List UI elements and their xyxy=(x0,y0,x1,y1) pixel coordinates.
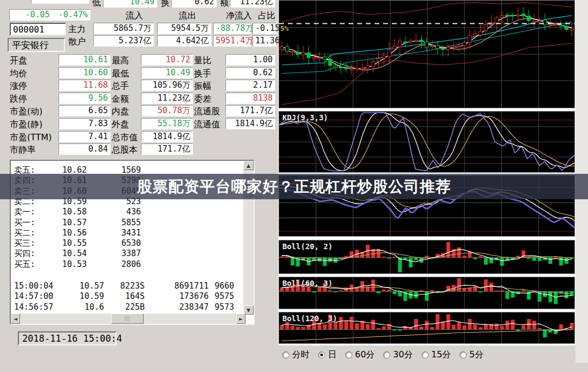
ob-label: 买一: xyxy=(14,218,35,228)
stat-label: 总手 xyxy=(112,80,129,92)
ob-price: 10.57 xyxy=(38,218,87,228)
boll60-panel[interactable]: Boll(60, 3) xyxy=(279,277,575,309)
ob-price: 10.53 xyxy=(38,259,87,270)
radio-icon[interactable] xyxy=(282,351,289,358)
period-15min[interactable]: 15分 xyxy=(422,349,451,361)
ob-price: 10.56 xyxy=(38,228,87,238)
ob-volume: 436 xyxy=(89,207,141,217)
quote-strip-value-low: 10.49 xyxy=(103,0,157,8)
ob-price: 10.58 xyxy=(38,207,87,217)
tx-seq: 9573 xyxy=(211,302,234,312)
tx-amount: 173676 xyxy=(149,291,209,302)
order-book-row[interactable]: 卖一: 10.58 436 xyxy=(11,207,233,217)
flow-main-outflow: 5954.5万 xyxy=(157,23,211,34)
overlay-banner: 股票配资平台哪家好？正规杠杆炒股公司推荐 xyxy=(0,174,588,199)
flow-header-ratio: 占比 xyxy=(258,10,275,21)
boll120-panel[interactable]: Boll(120, 3) xyxy=(279,312,575,344)
change-percent: -0.47% xyxy=(59,10,88,19)
stock-code-input[interactable] xyxy=(10,23,66,36)
order-book-row[interactable]: 买一: 10.57 5855 xyxy=(11,218,233,228)
ob-label: 买三: xyxy=(14,238,35,249)
stat-value: 1814.9亿 xyxy=(141,131,193,142)
flow-row-label: 主力 xyxy=(68,23,86,35)
radio-icon[interactable] xyxy=(383,351,390,358)
quote-strip-label-low: 低 xyxy=(92,0,101,8)
stat-value: 1814.9亿 xyxy=(225,118,275,129)
period-minute[interactable]: 分时 xyxy=(282,349,309,361)
flow-main-ratio: -0.15 xyxy=(253,23,276,34)
quote-strip-label-turnover: 换 xyxy=(161,0,170,8)
stat-label: 总市值 xyxy=(112,132,138,143)
stat-label: 流通股 xyxy=(194,106,220,117)
tx-volume: 164S xyxy=(100,291,145,302)
transaction-row[interactable]: 14:56:57 10.6 225B 238347 9573 xyxy=(11,302,233,312)
ob-label: 买四: xyxy=(14,249,35,259)
stat-value: 105.96万 xyxy=(141,80,193,91)
transaction-row[interactable]: 15:00:04 10.57 8223S 8691711 9660 xyxy=(11,281,233,291)
ob-label: 卖一: xyxy=(14,207,35,217)
ob-volume: 5855 xyxy=(89,218,141,228)
stat-value: 10.61 xyxy=(59,54,111,66)
flow-retail-inflow: 5.237亿 xyxy=(93,35,154,47)
stat-label: 均价 xyxy=(10,68,27,79)
stat-value: 9.56 xyxy=(59,93,111,104)
kline-chart-panel[interactable]: 5% xyxy=(279,0,575,108)
tx-amount: 8691711 xyxy=(149,281,209,291)
stat-value: 171.7亿 xyxy=(141,143,193,155)
stat-label: 委差 xyxy=(194,93,211,105)
stat-label: 流通值 xyxy=(194,119,220,130)
ob-volume: 3387 xyxy=(89,249,141,259)
transaction-row[interactable]: 14:57:00 10.59 164S 173676 9575 xyxy=(11,291,233,302)
quote-strip-value-amount: 11.23亿 xyxy=(230,0,275,8)
stat-value: 2.17 xyxy=(225,80,275,91)
tx-price: 10.6 xyxy=(60,302,104,312)
stat-value: 10.72 xyxy=(141,54,193,66)
radio-icon[interactable] xyxy=(460,351,467,358)
stat-label: 内盘 xyxy=(112,106,129,117)
period-5min[interactable]: 5分 xyxy=(460,349,483,361)
order-book-row[interactable]: 买二: 10.56 3431 xyxy=(11,228,233,238)
period-60min[interactable]: 60分 xyxy=(345,349,374,361)
flow-main-net: -88.78万 xyxy=(213,23,251,34)
change-value: -0.05 xyxy=(25,10,50,19)
horizontal-scrollbar[interactable]: ◄ ||| ► xyxy=(11,314,245,324)
ob-label: 买二: xyxy=(14,228,35,238)
order-book-row[interactable]: 买四: 10.54 3387 xyxy=(11,249,233,259)
hscroll-thumb[interactable]: ||| xyxy=(111,314,144,324)
period-label: 30分 xyxy=(393,349,412,361)
stat-label: 开盘 xyxy=(10,55,27,66)
period-label: 15分 xyxy=(431,349,451,361)
scroll-up-button[interactable]: ▲ xyxy=(243,161,254,170)
order-book-row[interactable]: 买五: 10.53 2806 xyxy=(11,259,233,270)
stat-label: 最低 xyxy=(112,68,129,79)
radio-icon[interactable] xyxy=(422,351,429,358)
stat-value: 55.18万 xyxy=(141,118,193,129)
radio-icon-selected[interactable] xyxy=(318,351,325,358)
stat-value: 11.23亿 xyxy=(141,93,193,104)
order-book-row[interactable]: 买三: 10.55 6530 xyxy=(11,238,233,249)
scroll-right-button[interactable]: ► xyxy=(236,314,245,324)
scroll-left-button[interactable]: ◄ xyxy=(11,314,20,324)
boll20-label: Boll(20, 2) xyxy=(282,242,333,251)
radio-icon[interactable] xyxy=(345,351,352,358)
boll20-panel[interactable]: Boll(20, 2) xyxy=(279,240,575,274)
period-label: 60分 xyxy=(355,349,374,361)
period-label: 日 xyxy=(328,349,337,361)
boll60-label: Boll(60, 3) xyxy=(282,279,333,288)
stat-value: 50.78万 xyxy=(141,105,193,116)
tx-seq: 9575 xyxy=(211,291,234,302)
period-day[interactable]: 日 xyxy=(318,349,337,361)
period-30min[interactable]: 30分 xyxy=(383,349,412,361)
stat-value: 171.7亿 xyxy=(225,105,275,116)
stat-label: 市盈(静) xyxy=(10,119,42,130)
flow-retail-net: 5951.4万 xyxy=(213,35,251,47)
kdj-panel[interactable]: KDJ(9,3,3) xyxy=(279,111,575,173)
flow-header-inflow: 流入 xyxy=(126,10,143,21)
stat-label: 最高 xyxy=(112,55,129,66)
tx-volume: 8223S xyxy=(100,281,145,291)
tx-amount: 238347 xyxy=(149,302,209,312)
kline-percent-label: 5% xyxy=(280,24,289,32)
ob-volume: 2806 xyxy=(89,259,141,270)
tx-time: 14:57:00 xyxy=(14,291,53,302)
stat-value: 0.62 xyxy=(225,67,275,79)
